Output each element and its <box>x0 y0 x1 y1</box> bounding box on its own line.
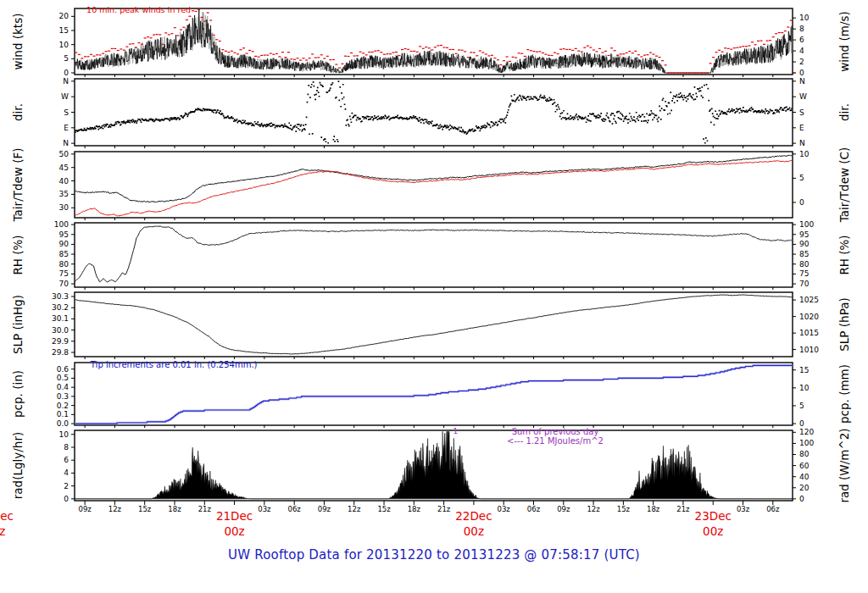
y-axis-title-right: dir. <box>837 103 851 121</box>
y-tick-label: 0.1 <box>57 410 69 418</box>
y-tick-label: 1025 <box>799 296 819 304</box>
y-axis-title-left: RH (%) <box>11 235 25 274</box>
panel-border <box>75 223 793 287</box>
y-tick-label: 95 <box>799 230 809 239</box>
x-tick-label: 12z <box>348 505 361 513</box>
y-tick-label: 10 <box>799 384 810 392</box>
y-tick-label: 1020 <box>799 313 819 321</box>
y-tick-label: 85 <box>59 250 69 258</box>
y-tick-label: 2 <box>799 58 804 66</box>
y-tick-label: 1010 <box>799 346 819 354</box>
x-tick-label: 15z <box>617 505 631 513</box>
panel-slp: 29.829.930.030.130.230.31010101510201025… <box>11 292 851 359</box>
x-axis-labels: 09z12z15z18z21z03z06z09z12z15z18z21z03z0… <box>0 505 780 538</box>
y-axis-title-left: dir. <box>11 103 25 121</box>
wind-series <box>75 9 793 73</box>
y-tick-label: E <box>799 124 804 132</box>
date-label: 00z <box>0 524 5 538</box>
y-tick-label: N <box>63 139 69 147</box>
rh-line <box>75 226 792 282</box>
y-tick-label: 4 <box>64 468 69 477</box>
y-tick-label: 30.1 <box>52 314 69 323</box>
x-tick-label: 09z <box>318 505 331 513</box>
y-axis-title-left: wind (kts) <box>11 14 25 70</box>
y-tick-label: 0 <box>64 495 69 503</box>
y-tick-label: S <box>799 108 804 117</box>
y-tick-label: 0.0 <box>57 419 70 428</box>
dir-series <box>74 80 793 143</box>
date-label: 00z <box>224 524 244 538</box>
slp-line <box>75 295 793 354</box>
page-title: UW Rooftop Data for 20131220 to 20131223… <box>0 547 868 563</box>
y-tick-label: 80 <box>799 450 810 458</box>
x-tick-label: 15z <box>377 505 391 513</box>
rh-series <box>75 226 792 282</box>
y-tick-label: 75 <box>59 269 69 278</box>
y-tick-label: 30 <box>59 203 70 212</box>
x-tick-label: 21z <box>198 505 212 513</box>
y-tick-label: 10 <box>59 430 70 439</box>
y-tick-label: E <box>64 124 69 132</box>
y-tick-label: 6 <box>799 36 804 44</box>
y-tick-label: 40 <box>799 473 810 481</box>
y-tick-label: 20 <box>799 484 810 492</box>
y-tick-label: 29.8 <box>52 348 69 357</box>
y-axis-title-right: Tair/Tdew (C) <box>837 147 851 224</box>
y-tick-label: 5 <box>799 402 804 410</box>
y-tick-label: N <box>799 77 805 86</box>
y-tick-label: 120 <box>799 428 814 436</box>
annotation-rad: <--- 1.21 MJoules/m^2 <box>507 436 604 446</box>
slp-series <box>75 295 793 354</box>
y-tick-label: 0 <box>799 198 804 207</box>
pcp-series <box>75 365 793 424</box>
rad-area <box>75 431 793 499</box>
x-tick-label: 21z <box>437 505 451 513</box>
dir-dots <box>74 80 793 143</box>
y-tick-label: 30.3 <box>52 292 69 301</box>
x-tick-label: 18z <box>647 505 660 513</box>
date-label: 22Dec <box>455 509 492 523</box>
y-axis-title-right: rad (W/m^2) <box>837 428 851 502</box>
y-axis-title-left: SLP (inHg) <box>11 295 25 354</box>
x-tick-label: 21z <box>676 505 690 513</box>
y-tick-label: 29.9 <box>52 337 69 346</box>
tair-line <box>75 155 792 202</box>
y-axis-title-left: Tair/Tdew (F) <box>11 148 25 223</box>
y-axis-title-right: wind (m/s) <box>837 11 851 71</box>
panel-border <box>75 152 793 218</box>
panel-border <box>75 79 793 146</box>
y-tick-label: 90 <box>799 240 810 248</box>
y-tick-label: 40 <box>59 177 70 186</box>
panel-tair: 30354045500510Tair/Tdew (F)Tair/Tdew (C) <box>11 147 851 224</box>
y-tick-label: 0.4 <box>57 383 70 391</box>
y-tick-label: 0.6 <box>57 365 70 374</box>
y-tick-label: 45 <box>59 163 69 172</box>
y-tick-label: 80 <box>59 260 70 269</box>
x-tick-label: 06z <box>766 505 780 513</box>
tdew-line <box>75 160 792 216</box>
x-tick-label: 18z <box>408 505 421 513</box>
y-tick-label: 70 <box>59 280 70 288</box>
y-tick-label: 0 <box>799 419 804 428</box>
y-tick-label: 4 <box>799 47 804 55</box>
y-tick-label: 0.5 <box>57 374 69 382</box>
y-tick-label: 1015 <box>799 329 819 337</box>
y-axis-title-right: pcp. (mm) <box>837 364 851 424</box>
x-tick-label: 09z <box>78 505 92 513</box>
y-tick-label: 30.2 <box>52 303 69 312</box>
y-tick-label: 5 <box>64 54 69 63</box>
y-tick-label: 80 <box>799 260 810 269</box>
annotation-rad: Sum of previous day <box>512 427 599 436</box>
panel-border <box>75 292 793 357</box>
y-tick-label: 8 <box>64 443 69 452</box>
y-tick-label: N <box>799 139 805 147</box>
pcp-line <box>75 365 793 424</box>
y-tick-label: 95 <box>59 230 69 239</box>
y-tick-label: W <box>61 92 69 101</box>
x-tick-label: 03z <box>258 505 271 513</box>
y-tick-label: 8 <box>799 25 804 33</box>
date-label: 21Dec <box>216 509 253 523</box>
x-tick-label: 03z <box>737 505 750 513</box>
panel-rh: 707580859095100707580859095100RH (%)RH (… <box>11 220 851 290</box>
y-axis-title-left: pcp. (in) <box>11 370 25 418</box>
